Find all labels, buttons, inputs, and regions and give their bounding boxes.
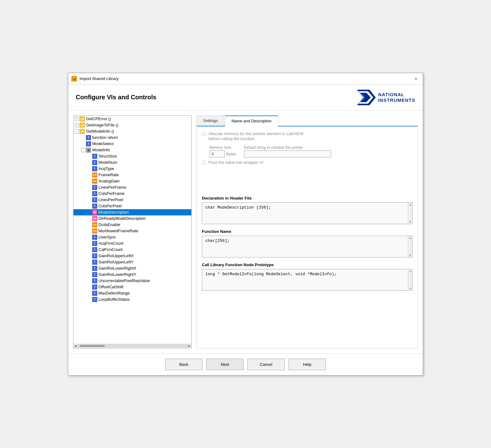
scroll-track[interactable] xyxy=(76,345,188,347)
tab-settings[interactable]: Settings xyxy=(197,116,224,126)
pass-value-checkbox[interactable] xyxy=(202,160,206,164)
expand-placeholder-acqfrmcount xyxy=(87,241,92,246)
function-name-scroll-down[interactable]: ▼ xyxy=(409,254,411,257)
expand-btn-getmodelinfo[interactable]: - xyxy=(75,129,79,134)
close-button[interactable]: × xyxy=(412,75,420,83)
tree-item-maxdefectrange[interactable]: IMaxDefectRange xyxy=(74,290,191,296)
tree-item-dirreadymodedescription[interactable]: strDirReadyModeDescription xyxy=(74,215,191,222)
tree-item-acqfrmcount[interactable]: IAcqFrmCount xyxy=(74,240,191,247)
tree-item-modenum[interactable]: IModeNum xyxy=(74,159,191,166)
tree-item-gainroiupperlefty[interactable]: IGainRoiUpperLeftY xyxy=(74,259,191,265)
item-icon-colsperpixel: I xyxy=(92,204,97,209)
tree-item-gainroiupperleftx[interactable]: IGainRoiUpperLeftX xyxy=(74,253,191,259)
back-button[interactable]: Back xyxy=(165,359,203,370)
declaration-scroll-up[interactable]: ▲ xyxy=(409,203,411,206)
item-icon-dirreadymodedescription: str xyxy=(92,216,97,221)
item-label-gainroilowerrighty: GainRoiLowerRightY xyxy=(98,272,136,277)
tree-item-loopbufferstatus[interactable]: ILoopBufferStatus xyxy=(74,296,191,303)
item-label-framerate: FrameRate xyxy=(98,172,119,177)
prototype-section: Call Library Function Node Prototype lon… xyxy=(202,262,412,291)
tree-panel: +📁GetCPError ()+📁GetImageToFile ()-📁GetM… xyxy=(73,116,192,348)
memory-size-label: Memory Size xyxy=(209,145,236,150)
tab-name-description[interactable]: Name and Description xyxy=(225,116,278,126)
tree-item-gainroilowerrightx[interactable]: IGainRoiLowerRightX xyxy=(74,265,191,271)
item-label-calfrmcount: CalFrmCount xyxy=(98,247,122,252)
item-icon-framerate: sol xyxy=(92,172,97,177)
prototype-scroll-up[interactable]: ▲ xyxy=(409,270,411,273)
scroll-left-arrow[interactable]: ◀ xyxy=(74,344,76,347)
allocate-memory-checkbox[interactable] xyxy=(202,132,206,136)
function-name-label: Function Name xyxy=(202,229,412,234)
item-icon-offsetcalshift: I xyxy=(92,285,97,290)
item-label-mxallowedframerate: MxAllowedFrameRate xyxy=(98,229,138,233)
item-label-modenum: ModeNum xyxy=(98,160,117,165)
item-label-uncorrectablepixelrepvalue: UncorrectablePixelRepValue xyxy=(98,278,150,283)
footer: Back Next Cancel Help xyxy=(68,353,423,375)
tree-item-usersync[interactable]: IUserSync xyxy=(74,234,191,240)
item-icon-gainroiupperleftx: I xyxy=(92,253,97,258)
item-icon-acqfrmcount: I xyxy=(92,241,97,246)
prototype-scrollbar[interactable]: ▲ ▼ xyxy=(408,269,412,290)
tree-item-modelinfo[interactable]: -▤ModelInfo xyxy=(74,147,191,153)
page-title: Configure VIs and Controls xyxy=(76,94,156,101)
expand-placeholder-linesperpixel xyxy=(87,198,92,202)
function-name-scroll-up[interactable]: ▲ xyxy=(409,237,411,239)
help-button[interactable]: Help xyxy=(288,359,326,370)
tree-scroll[interactable]: +📁GetCPError ()+📁GetImageToFile ()-📁GetM… xyxy=(74,116,191,344)
tree-item-getmodelinfo[interactable]: -📁GetModelInfo () xyxy=(74,128,191,134)
cancel-button[interactable]: Cancel xyxy=(247,359,285,370)
tree-item-calfrmcount[interactable]: ICalFrmCount xyxy=(74,247,191,253)
tree-item-acqtype[interactable]: IAcqType xyxy=(74,166,191,172)
tree-item-offsetcalshift[interactable]: IOffsetCalShift xyxy=(74,284,191,290)
tree-item-mxallowedframerate[interactable]: solMxAllowedFrameRate xyxy=(74,228,191,234)
tree-item-modedescription[interactable]: strModeDescription xyxy=(74,209,191,215)
tree-item-function-return[interactable]: Ifunction return xyxy=(74,134,191,141)
prototype-scroll-down[interactable]: ▼ xyxy=(409,287,411,290)
expand-placeholder-offsetcalshift xyxy=(87,285,92,289)
tree-item-dcdsenable[interactable]: solDcdsEnable xyxy=(74,222,191,228)
expand-btn-modelinfo[interactable]: - xyxy=(81,148,85,152)
pass-value-label: Pass the value into wrapper VI xyxy=(208,160,263,165)
tree-item-getcperror[interactable]: +📁GetCPError () xyxy=(74,116,191,122)
function-name-scrollbar[interactable]: ▲ ▼ xyxy=(408,236,412,257)
memory-size-input[interactable] xyxy=(209,150,225,158)
scroll-right-arrow[interactable]: ▶ xyxy=(188,344,191,347)
item-label-modelinfo: ModelInfo xyxy=(92,148,110,152)
tree-item-colsperpixel[interactable]: IColsPerPixel xyxy=(74,203,191,209)
declaration-section: Declaration in Header File char ModeDesc… xyxy=(202,196,412,224)
expand-placeholder-dcdsenable xyxy=(87,223,92,227)
next-button[interactable]: Next xyxy=(206,359,244,370)
item-icon-modeselect: I xyxy=(86,141,91,146)
declaration-scroll-down[interactable]: ▼ xyxy=(409,220,411,223)
title-bar: 📦 Import Shared Library × xyxy=(68,73,423,85)
tree-item-framerate[interactable]: solFrameRate xyxy=(74,172,191,178)
horizontal-scrollbar[interactable]: ◀ ▶ xyxy=(74,344,191,348)
item-icon-linesperframe: I xyxy=(92,185,97,190)
default-string-input[interactable] xyxy=(244,150,331,158)
tree-item-linesperpixel[interactable]: ILinesPerPixel xyxy=(74,197,191,203)
item-label-offsetcalshift: OffsetCalShift xyxy=(98,285,123,289)
expand-btn-getimagetofile[interactable]: + xyxy=(75,123,79,127)
tree-item-linesperframe[interactable]: ILinesPerFrame xyxy=(74,184,191,191)
tree-item-uncorrectablepixelrepvalue[interactable]: IUncorrectablePixelRepValue xyxy=(74,278,191,284)
right-panel: Settings Name and Description Allocate m… xyxy=(197,116,418,348)
scroll-thumb[interactable] xyxy=(80,345,105,347)
item-label-getcperror: GetCPError () xyxy=(86,116,111,121)
prototype-label: Call Library Function Node Prototype xyxy=(202,262,412,267)
item-icon-colsperframe: I xyxy=(92,191,97,196)
function-name-value: char[256]; xyxy=(205,238,230,243)
expand-placeholder-gainroilowerrightx xyxy=(87,266,92,271)
tree-item-structsize[interactable]: IStructSize xyxy=(74,153,191,159)
declaration-scrollbar[interactable]: ▲ ▼ xyxy=(408,203,412,224)
tree-item-gainroilowerrighty[interactable]: IGainRoiLowerRightY xyxy=(74,271,191,278)
item-label-analoggain: AnalogGain xyxy=(98,179,120,183)
expand-btn-getcperror[interactable]: + xyxy=(75,117,79,121)
tree-item-colsperframe[interactable]: IColsPerFrame xyxy=(74,191,191,197)
tree-item-analoggain[interactable]: solAnalogGain xyxy=(74,178,191,184)
declaration-code-box: char ModeDescription [256]; ▲ ▼ xyxy=(202,202,412,224)
item-label-gainroilowerrightx: GainRoiLowerRightX xyxy=(98,266,136,271)
tree-item-getimagetofile[interactable]: +📁GetImageToFile () xyxy=(74,122,191,128)
tree-item-modeselect[interactable]: IModeSelect xyxy=(74,141,191,147)
bytes-label: Bytes xyxy=(226,152,236,156)
ni-logo: NATIONAL INSTRUMENTS xyxy=(357,90,415,105)
